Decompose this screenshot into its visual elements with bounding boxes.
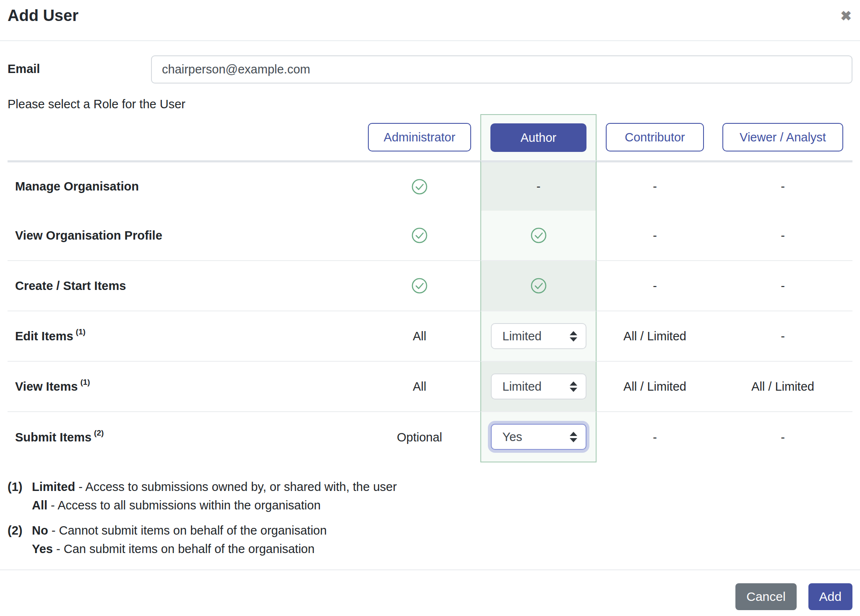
add-button[interactable]: Add	[808, 583, 852, 610]
cell-view-author: Limited	[480, 362, 597, 412]
footnote-text: - Cannot submit items on behalf of the o…	[48, 524, 327, 537]
cell-manage-contributor: -	[597, 160, 713, 211]
cell-create-contributor: -	[597, 261, 713, 311]
check-circle-icon	[530, 277, 547, 294]
check-circle-icon	[411, 277, 428, 294]
email-label: Email	[8, 62, 40, 76]
footnote-term: Limited	[32, 480, 75, 493]
row-label-text: Manage Organisation	[15, 180, 139, 193]
row-label-text: Create / Start Items	[15, 279, 126, 293]
cell-manage-administrator	[359, 160, 480, 211]
row-label-text: View Items	[15, 380, 78, 394]
role-button-contributor[interactable]: Contributor	[606, 123, 704, 151]
submit-items-select[interactable]: Yes	[491, 424, 586, 450]
footnote-ref: (1)	[76, 327, 86, 337]
row-label-manage-organisation: Manage Organisation	[8, 160, 359, 211]
footnote-term: Yes	[32, 542, 53, 556]
select-value: Limited	[503, 329, 542, 343]
cell-profile-author	[480, 211, 597, 261]
cell-view-contributor: All / Limited	[597, 362, 713, 412]
row-label-view-items: View Items(1)	[8, 362, 359, 412]
header-administrator: Administrator	[359, 114, 480, 160]
header-author: Author	[480, 114, 597, 160]
footnote-line: Limited - Access to submissions owned by…	[32, 478, 397, 496]
row-label-text: View Organisation Profile	[15, 229, 162, 243]
footnote-ref: (1)	[80, 378, 90, 387]
close-icon[interactable]: ✖	[840, 9, 852, 23]
select-arrows-icon	[570, 381, 577, 392]
footnotes: (1) Limited - Access to submissions owne…	[8, 478, 397, 565]
role-button-viewer-analyst[interactable]: Viewer / Analyst	[722, 123, 843, 151]
footnote-text: - Access to all submissions within the o…	[47, 499, 321, 512]
view-items-select[interactable]: Limited	[491, 373, 586, 399]
footnote-lines: No - Cannot submit items on behalf of th…	[32, 521, 397, 558]
check-circle-icon	[530, 227, 547, 244]
role-prompt: Please select a Role for the User	[8, 97, 185, 111]
cell-edit-contributor: All / Limited	[597, 311, 713, 362]
edit-items-select[interactable]: Limited	[491, 323, 586, 349]
row-label-edit-items: Edit Items(1)	[8, 311, 359, 362]
footnote-marker: (1)	[8, 478, 32, 514]
footnote-marker: (2)	[8, 521, 32, 558]
row-label-text: Submit Items	[15, 431, 91, 444]
row-label-text: Edit Items	[15, 329, 73, 343]
role-button-administrator[interactable]: Administrator	[368, 123, 471, 151]
cell-create-author	[480, 261, 597, 311]
cell-submit-contributor: -	[597, 412, 713, 462]
footnote-term: No	[32, 524, 48, 537]
row-label-submit-items: Submit Items(2)	[8, 412, 359, 462]
select-value: Limited	[503, 380, 542, 394]
role-permission-table: Administrator Author Contributor Viewer …	[8, 114, 852, 462]
footnote-ref: (2)	[94, 428, 104, 438]
select-value: Yes	[503, 430, 522, 444]
check-circle-icon	[411, 227, 428, 244]
cell-manage-viewer: -	[713, 160, 852, 211]
header-contributor: Contributor	[597, 114, 713, 160]
cell-submit-viewer: -	[713, 412, 852, 462]
cell-manage-author: -	[480, 160, 597, 211]
header-spacer	[8, 114, 359, 160]
row-label-view-organisation-profile: View Organisation Profile	[8, 211, 359, 261]
email-field[interactable]	[151, 55, 852, 84]
footnote-text: - Can submit items on behalf of the orga…	[53, 542, 315, 556]
footnote-line: Yes - Can submit items on behalf of the …	[32, 540, 397, 558]
cell-edit-author: Limited	[480, 311, 597, 362]
select-arrows-icon	[570, 432, 577, 442]
cell-edit-viewer: -	[713, 311, 852, 362]
footnote-lines: Limited - Access to submissions owned by…	[32, 478, 397, 514]
header-viewer-analyst: Viewer / Analyst	[713, 114, 852, 160]
cell-edit-administrator: All	[359, 311, 480, 362]
cancel-button[interactable]: Cancel	[735, 583, 796, 610]
footer-buttons: Cancel Add	[735, 583, 852, 610]
footnote-text: - Access to submissions owned by, or sha…	[75, 480, 397, 493]
cell-profile-contributor: -	[597, 211, 713, 261]
check-circle-icon	[411, 178, 428, 195]
role-button-author[interactable]: Author	[490, 123, 586, 152]
cell-submit-author: Yes	[480, 412, 597, 462]
footnote-line: All - Access to all submissions within t…	[32, 496, 397, 514]
footnote-term: All	[32, 499, 47, 512]
modal-header: Add User ✖	[0, 0, 860, 41]
cell-create-administrator	[359, 261, 480, 311]
footnote-2: (2) No - Cannot submit items on behalf o…	[8, 521, 397, 558]
cell-view-administrator: All	[359, 362, 480, 412]
cell-view-viewer: All / Limited	[713, 362, 852, 412]
footer-divider	[0, 569, 860, 570]
page-title: Add User	[8, 7, 78, 25]
select-arrows-icon	[570, 331, 577, 342]
cell-profile-administrator	[359, 211, 480, 261]
cell-profile-viewer: -	[713, 211, 852, 261]
row-label-create-start-items: Create / Start Items	[8, 261, 359, 311]
footnote-line: No - Cannot submit items on behalf of th…	[32, 521, 397, 540]
footnote-1: (1) Limited - Access to submissions owne…	[8, 478, 397, 514]
cell-submit-administrator: Optional	[359, 412, 480, 462]
cell-create-viewer: -	[713, 261, 852, 311]
